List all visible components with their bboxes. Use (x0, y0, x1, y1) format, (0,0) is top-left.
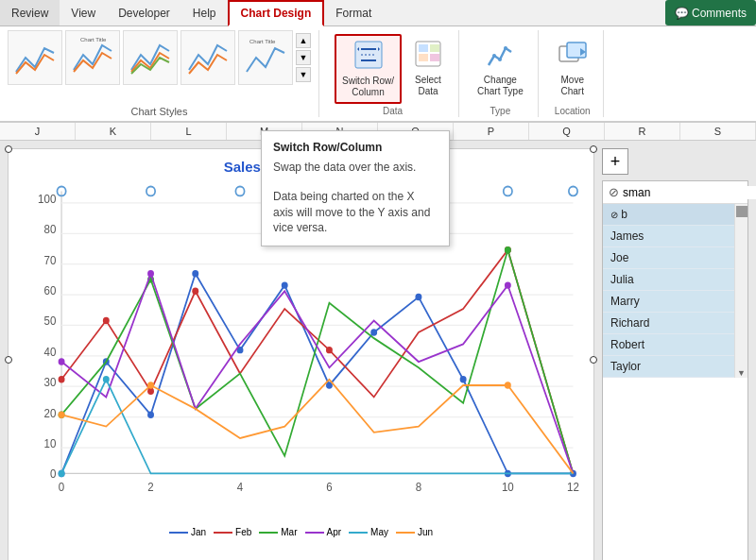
scroll-down-arrow[interactable]: ▼ (737, 368, 746, 378)
right-panel: + ⊘ ≡ ▼ ⊘ b James Joe Julia (602, 148, 748, 560)
svg-point-63 (460, 376, 467, 382)
svg-point-82 (505, 382, 511, 388)
svg-text:8: 8 (416, 481, 422, 495)
svg-rect-9 (419, 44, 428, 52)
scroll-mid[interactable]: ▼ (296, 50, 311, 65)
tab-developer[interactable]: Developer (107, 0, 181, 25)
svg-text:40: 40 (44, 345, 57, 359)
filter-item-robert[interactable]: Robert (603, 334, 734, 356)
filter-items-column: ⊘ b James Joe Julia Marry Richard Robert… (603, 204, 734, 378)
filter-header: ⊘ ≡ ▼ (603, 181, 747, 204)
tab-review[interactable]: Review (0, 0, 60, 25)
tab-help[interactable]: Help (181, 0, 228, 25)
svg-text:Chart Title: Chart Title (80, 37, 107, 42)
chart-style-4[interactable] (180, 30, 235, 85)
legend-jun: Jun (396, 527, 433, 537)
chart-style-5[interactable]: Chart Title (238, 30, 293, 85)
svg-text:0: 0 (59, 481, 65, 495)
legend-mar: Mar (259, 527, 297, 537)
svg-text:2: 2 (147, 481, 154, 495)
svg-point-77 (505, 281, 511, 288)
chart-style-2[interactable]: Chart Title (65, 30, 120, 85)
change-chart-type-button[interactable]: ChangeChart Type (471, 34, 530, 102)
tab-chart-design[interactable]: Chart Design (228, 0, 325, 26)
svg-point-78 (59, 470, 65, 477)
handle-tr[interactable] (590, 145, 597, 153)
svg-point-52 (504, 186, 512, 195)
move-chart-label: MoveChart (561, 75, 584, 97)
svg-text:50: 50 (44, 314, 57, 329)
handle-ml[interactable] (5, 356, 12, 364)
svg-text:20: 20 (44, 406, 57, 420)
filter-scrollbar[interactable]: ▼ (734, 204, 747, 378)
filter-list: ⊘ b James Joe Julia Marry Richard Robert… (603, 204, 747, 560)
type-group-label: Type (490, 104, 511, 117)
scroll-down[interactable]: ▼ (296, 67, 311, 82)
chart-style-1[interactable] (8, 30, 62, 85)
scroll-thumb[interactable] (736, 206, 747, 217)
select-data-button[interactable]: SelectData (405, 34, 451, 102)
legend-may-label: May (370, 527, 388, 537)
svg-point-70 (326, 347, 333, 353)
tooltip-popup: Switch Row/Column Swap the data over the… (261, 130, 450, 246)
scroll-up[interactable]: ▲ (296, 33, 311, 48)
filter-item-taylor[interactable]: Taylor (603, 356, 734, 378)
filter-item-joe[interactable]: Joe (603, 247, 734, 269)
add-chart-element-button[interactable]: + (602, 148, 628, 175)
svg-text:100: 100 (38, 192, 57, 206)
svg-point-53 (569, 186, 577, 195)
filter-item-julia[interactable]: Julia (603, 269, 734, 291)
legend-may-color (349, 532, 368, 534)
filter-item-james[interactable]: James (603, 226, 734, 247)
svg-text:6: 6 (326, 481, 333, 495)
svg-point-69 (192, 288, 198, 295)
chart-style-scroll: ▲ ▼ ▼ (296, 33, 311, 82)
filter-item-b[interactable]: ⊘ b (603, 204, 734, 226)
legend-jun-label: Jun (418, 527, 433, 537)
legend-apr: Apr (305, 527, 342, 537)
location-group-buttons: MoveChart (550, 30, 595, 104)
move-chart-button[interactable]: MoveChart (550, 34, 595, 102)
col-j: J (0, 123, 76, 140)
tab-format[interactable]: Format (324, 0, 383, 25)
svg-text:30: 30 (44, 376, 57, 390)
svg-point-48 (146, 186, 155, 195)
chart-styles-group: Chart Title Chart Title ▲ ▼ ▼ (8, 30, 319, 117)
svg-text:10: 10 (502, 481, 514, 495)
filter-item-richard[interactable]: Richard (603, 313, 734, 334)
svg-text:70: 70 (44, 253, 57, 267)
svg-point-59 (282, 281, 288, 288)
switch-row-column-button[interactable]: Switch Row/Column (335, 34, 402, 104)
legend-apr-color (305, 532, 324, 534)
switch-icon (353, 40, 384, 74)
select-data-icon (413, 39, 443, 73)
location-group: MoveChart Location (542, 30, 604, 117)
svg-point-62 (415, 294, 421, 300)
svg-point-67 (103, 317, 110, 324)
svg-point-66 (59, 376, 65, 382)
comments-button[interactable]: 💬 Comments (665, 0, 756, 25)
tab-view[interactable]: View (60, 0, 107, 25)
col-s: S (680, 123, 756, 140)
svg-point-81 (147, 382, 154, 388)
move-chart-icon (558, 39, 588, 73)
chart-legend: Jan Feb Mar Apr May Jun (18, 523, 584, 541)
col-r: R (605, 123, 680, 140)
svg-point-61 (370, 329, 377, 335)
chart-style-3[interactable] (123, 30, 178, 85)
svg-point-49 (235, 186, 244, 195)
handle-mr[interactable] (590, 356, 597, 364)
legend-jan: Jan (169, 527, 206, 537)
type-group: ChangeChart Type Type (463, 30, 539, 117)
col-k: K (76, 123, 151, 140)
data-group: Switch Row/Column SelectData (327, 30, 459, 117)
svg-point-80 (59, 411, 65, 417)
legend-jan-label: Jan (191, 527, 206, 537)
svg-point-57 (192, 270, 198, 277)
filter-item-marry[interactable]: Marry (603, 291, 734, 313)
chart-styles-label: Chart Styles (8, 104, 311, 117)
ribbon-tabs: Review View Developer Help Chart Design … (0, 0, 756, 26)
handle-tl[interactable] (5, 145, 12, 153)
change-chart-type-label: ChangeChart Type (477, 75, 524, 97)
filter-search-input[interactable] (623, 186, 756, 199)
